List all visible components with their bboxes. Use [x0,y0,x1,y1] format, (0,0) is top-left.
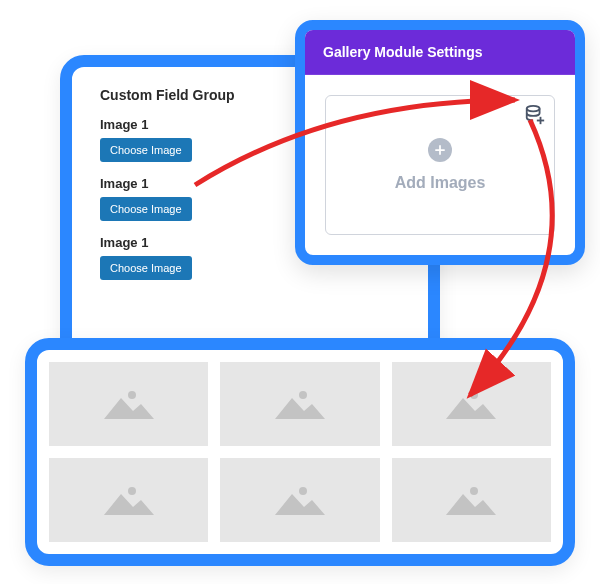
choose-image-button-1[interactable]: Choose Image [100,138,192,162]
gallery-thumbnails-panel [25,338,575,566]
gallery-settings-header: Gallery Module Settings [305,30,575,75]
choose-image-button-2[interactable]: Choose Image [100,197,192,221]
svg-point-8 [128,487,136,495]
svg-point-10 [470,487,478,495]
thumbnail-2[interactable] [220,362,379,446]
image-placeholder-icon [270,384,330,424]
svg-point-9 [299,487,307,495]
choose-image-button-3[interactable]: Choose Image [100,256,192,280]
dynamic-content-icon[interactable] [524,104,546,126]
add-images-label: Add Images [395,174,486,192]
svg-point-6 [299,391,307,399]
image-placeholder-icon [270,480,330,520]
svg-point-5 [128,391,136,399]
image-placeholder-icon [441,384,501,424]
add-images-area[interactable]: Add Images [325,95,555,235]
plus-icon [428,138,452,162]
svg-point-7 [470,391,478,399]
image-placeholder-icon [441,480,501,520]
thumbnail-4[interactable] [49,458,208,542]
thumbnail-6[interactable] [392,458,551,542]
gallery-settings-panel: Gallery Module Settings Add Images [295,20,585,265]
svg-point-0 [527,106,540,112]
image-placeholder-icon [99,480,159,520]
image-placeholder-icon [99,384,159,424]
thumbnail-3[interactable] [392,362,551,446]
thumbnail-1[interactable] [49,362,208,446]
gallery-settings-body: Add Images [305,75,575,255]
thumbnail-5[interactable] [220,458,379,542]
